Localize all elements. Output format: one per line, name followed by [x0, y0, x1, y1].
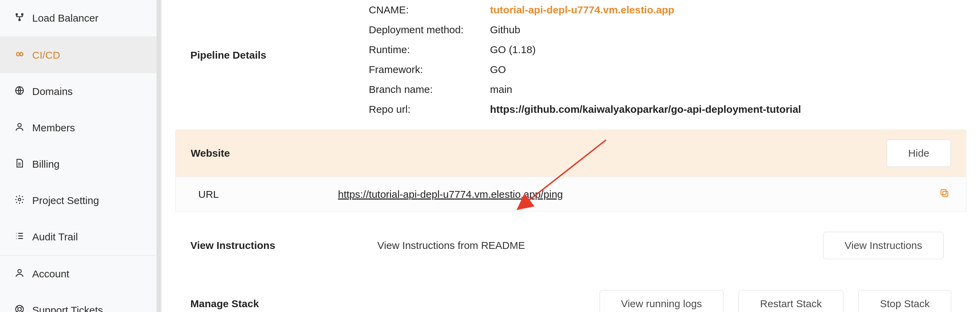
lifebuoy-icon: [14, 304, 25, 312]
svg-rect-10: [941, 190, 946, 195]
sidebar-item-label: Billing: [32, 158, 60, 170]
website-url-link[interactable]: https://tutorial-api-depl-u7774.vm.elest…: [338, 189, 938, 200]
pipeline-details-title: Pipeline Details: [175, 0, 369, 61]
sidebar: Load Balancer CI/CD Domains Members: [0, 0, 162, 312]
website-title: Website: [191, 147, 230, 159]
pipeline-label: CNAME:: [369, 4, 490, 16]
copy-icon[interactable]: [938, 187, 951, 202]
svg-point-6: [18, 269, 21, 273]
sidebar-item-support-tickets[interactable]: Support Tickets: [0, 292, 161, 312]
load-balancer-icon: [14, 12, 25, 25]
svg-point-8: [18, 307, 21, 311]
svg-rect-0: [16, 13, 18, 15]
pipeline-label: Deployment method:: [369, 24, 490, 36]
pipeline-details-section: Pipeline Details CNAME: tutorial-api-dep…: [175, 0, 966, 130]
restart-stack-button[interactable]: Restart Stack: [738, 290, 843, 312]
svg-point-5: [18, 198, 21, 201]
main-content: Pipeline Details CNAME: tutorial-api-dep…: [162, 0, 980, 312]
url-label: URL: [191, 189, 338, 200]
pipeline-value-repo[interactable]: https://github.com/kaiwalyakoparkar/go-a…: [490, 104, 801, 115]
pipeline-value: GO (1.18): [490, 44, 536, 56]
sidebar-item-label: Audit Trail: [32, 231, 78, 243]
sidebar-item-project-setting[interactable]: Project Setting: [0, 182, 161, 219]
pipeline-label: Runtime:: [369, 44, 490, 56]
hide-button[interactable]: Hide: [886, 139, 951, 167]
gear-icon: [14, 194, 25, 207]
view-instructions-button[interactable]: View Instructions: [823, 232, 944, 259]
sidebar-item-billing[interactable]: Billing: [0, 146, 161, 182]
pipeline-row-framework: Framework: GO: [369, 60, 966, 80]
sidebar-item-label: CI/CD: [32, 50, 60, 61]
pipeline-row-branch: Branch name: main: [369, 80, 966, 99]
manage-stack-row: Manage Stack View running logs Restart S…: [175, 266, 966, 312]
sidebar-item-label: Project Setting: [32, 195, 99, 206]
view-running-logs-button[interactable]: View running logs: [600, 290, 724, 312]
sidebar-item-label: Support Tickets: [32, 304, 103, 312]
sidebar-item-label: Domains: [32, 86, 73, 98]
website-card: Website Hide URL https://tutorial-api-de…: [175, 130, 966, 212]
pipeline-label: Branch name:: [369, 84, 490, 95]
infinity-icon: [14, 49, 25, 62]
pipeline-label: Repo url:: [369, 104, 490, 115]
pipeline-value-cname[interactable]: tutorial-api-depl-u7774.vm.elestio.app: [490, 4, 674, 16]
svg-rect-9: [943, 191, 948, 197]
svg-rect-1: [21, 13, 23, 15]
sidebar-item-label: Account: [32, 268, 69, 280]
pipeline-value: main: [490, 84, 512, 95]
instructions-desc: View Instructions from README: [377, 240, 823, 251]
sidebar-item-cicd[interactable]: CI/CD: [0, 37, 161, 74]
pipeline-value: Github: [490, 24, 520, 36]
stop-stack-button[interactable]: Stop Stack: [858, 290, 951, 312]
globe-icon: [14, 85, 25, 98]
list-icon: [14, 231, 25, 243]
pipeline-row-deploy: Deployment method: Github: [369, 20, 966, 40]
sidebar-item-label: Members: [32, 122, 75, 134]
instructions-row: View Instructions View Instructions from…: [175, 215, 966, 266]
svg-rect-2: [19, 19, 21, 21]
sidebar-item-audit-trail[interactable]: Audit Trail: [0, 219, 161, 255]
svg-point-4: [18, 123, 21, 127]
user-icon: [14, 122, 25, 134]
pipeline-row-cname: CNAME: tutorial-api-depl-u7774.vm.elesti…: [369, 0, 966, 20]
file-icon: [14, 158, 25, 171]
pipeline-label: Framework:: [369, 64, 490, 75]
sidebar-item-members[interactable]: Members: [0, 110, 161, 146]
sidebar-item-label: Load Balancer: [32, 12, 98, 24]
website-card-header: Website Hide: [176, 130, 966, 177]
manage-stack-title: Manage Stack: [190, 298, 377, 310]
sidebar-item-account[interactable]: Account: [0, 256, 161, 292]
pipeline-row-repo: Repo url: https://github.com/kaiwalyakop…: [369, 99, 966, 119]
pipeline-details-table: CNAME: tutorial-api-depl-u7774.vm.elesti…: [369, 0, 966, 119]
sidebar-item-load-balancer[interactable]: Load Balancer: [0, 0, 161, 36]
user-icon: [14, 268, 25, 280]
pipeline-value: GO: [490, 64, 506, 75]
url-row: URL https://tutorial-api-depl-u7774.vm.e…: [176, 177, 966, 211]
instructions-title: View Instructions: [190, 240, 377, 251]
pipeline-row-runtime: Runtime: GO (1.18): [369, 40, 966, 60]
sidebar-item-domains[interactable]: Domains: [0, 74, 161, 110]
